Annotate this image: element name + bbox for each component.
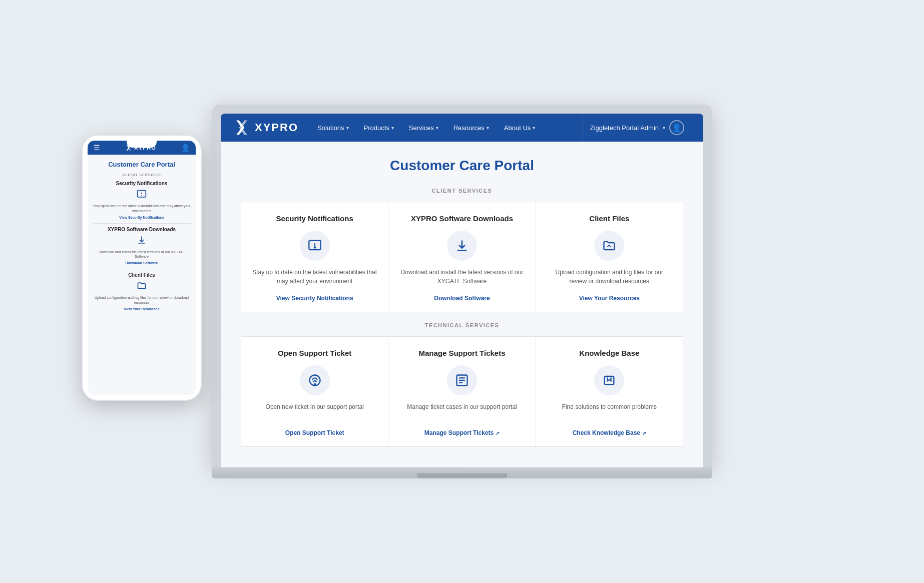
mobile-card-2-link[interactable]: Download Software: [93, 261, 191, 265]
client-services-label: CLIENT SERVICES: [241, 188, 683, 194]
svg-point-4: [141, 195, 142, 196]
mobile-outer: ☰ XYPRO 👤 Customer Care Portal CLIENT SE…: [82, 135, 202, 401]
mobile-card-1-desc: Stay up to date on the latest vulnerabil…: [93, 204, 191, 214]
mobile-menu-icon[interactable]: ☰: [94, 144, 100, 152]
mobile-notch: [127, 141, 157, 148]
mobile-card-2-desc: Download and install the latest versions…: [93, 250, 191, 260]
laptop-screen: XYPRO Solutions ▾ Products ▾ Services: [221, 114, 703, 467]
software-downloads-icon: [447, 231, 477, 261]
manage-tickets-icon: [447, 365, 477, 395]
open-ticket-link[interactable]: Open Support Ticket: [285, 429, 344, 436]
knowledge-base-icon: [594, 365, 624, 395]
svg-line-12: [315, 380, 317, 382]
open-ticket-icon: [300, 365, 330, 395]
security-notifications-title: Security Notifications: [276, 214, 353, 223]
mobile-page-title: Customer Care Portal: [93, 161, 191, 168]
manage-tickets-desc: Manage ticket cases in our support porta…: [407, 402, 517, 422]
open-ticket-desc: Open new ticket in our support portal: [266, 402, 364, 422]
user-dropdown-arrow: ▾: [663, 125, 665, 131]
mobile-card-2-icon: [93, 235, 191, 248]
mobile-card-3-title: Client Files: [93, 272, 191, 278]
software-downloads-desc: Download and install the latest versions…: [398, 268, 525, 288]
navbar: XYPRO Solutions ▾ Products ▾ Services: [221, 114, 703, 142]
mobile-divider-1: [93, 223, 191, 224]
software-downloads-title: XYPRO Software Downloads: [411, 214, 513, 223]
nav-products[interactable]: Products ▾: [357, 114, 401, 142]
nav-about[interactable]: About Us ▾: [497, 114, 542, 142]
software-downloads-card: XYPRO Software Downloads Download and in…: [388, 202, 535, 312]
manage-tickets-external-icon: ➚: [496, 430, 500, 436]
navbar-user[interactable]: Ziggletech Portal Admin ▾ 👤: [583, 114, 691, 142]
knowledge-base-card: Knowledge Base Find solutions to common …: [536, 337, 683, 446]
logo-icon: [233, 119, 251, 137]
technical-services-grid: Open Support Ticket Open ne: [241, 336, 683, 447]
security-notifications-card: Security Notifications Stay up to date o…: [241, 202, 388, 312]
technical-services-label: TECHNICAL SERVICES: [241, 322, 683, 328]
open-ticket-card: Open Support Ticket Open ne: [241, 337, 388, 446]
resources-dropdown-arrow: ▾: [487, 125, 489, 131]
knowledge-base-link[interactable]: Check Knowledge Base ➚: [573, 429, 646, 436]
knowledge-base-title: Knowledge Base: [579, 349, 639, 357]
laptop-device: XYPRO Solutions ▾ Products ▾ Services: [212, 105, 712, 478]
security-notifications-icon: [300, 231, 330, 261]
laptop-base: [212, 467, 712, 478]
svg-point-9: [314, 247, 315, 248]
mobile-section-label: CLIENT SERVICES: [93, 173, 191, 177]
scene: ☰ XYPRO 👤 Customer Care Portal CLIENT SE…: [112, 105, 812, 478]
client-services-grid: Security Notifications Stay up to date o…: [241, 202, 683, 312]
security-notifications-desc: Stay up to date on the latest vulnerabil…: [251, 268, 378, 288]
manage-tickets-link[interactable]: Manage Support Tickets ➚: [424, 429, 500, 436]
products-dropdown-arrow: ▾: [391, 125, 394, 131]
navbar-logo[interactable]: XYPRO: [233, 119, 298, 137]
mobile-card-1-link[interactable]: View Security Notifications: [93, 216, 191, 219]
main-content: Customer Care Portal CLIENT SERVICES Sec…: [221, 142, 703, 467]
mobile-card-3-link[interactable]: View Your Resources: [93, 307, 191, 311]
user-avatar-icon: 👤: [669, 120, 684, 135]
client-files-desc: Upload configuration and log files for o…: [546, 268, 673, 288]
knowledge-base-external-icon: ➚: [642, 430, 646, 436]
client-files-title: Client Files: [589, 214, 629, 223]
mobile-user-icon[interactable]: 👤: [181, 144, 190, 152]
mobile-card-1-icon: [93, 189, 191, 202]
mobile-header: ☰ XYPRO 👤: [88, 141, 196, 155]
mobile-card-3-icon: [93, 281, 191, 293]
mobile-card-1-title: Security Notifications: [93, 181, 191, 186]
laptop-screen-outer: XYPRO Solutions ▾ Products ▾ Services: [212, 105, 712, 467]
manage-tickets-card: Manage Support Tickets Manage ticket cas…: [388, 337, 535, 446]
logo-text: XYPRO: [255, 121, 298, 134]
nav-resources[interactable]: Resources ▾: [446, 114, 496, 142]
about-dropdown-arrow: ▾: [533, 125, 535, 131]
nav-solutions[interactable]: Solutions ▾: [310, 114, 355, 142]
software-downloads-link[interactable]: Download Software: [434, 295, 490, 302]
mobile-card-2-title: XYPRO Software Downloads: [93, 227, 191, 232]
nav-services[interactable]: Services ▾: [402, 114, 445, 142]
mobile-device: ☰ XYPRO 👤 Customer Care Portal CLIENT SE…: [82, 135, 202, 401]
knowledge-base-desc: Find solutions to common problems: [562, 402, 657, 422]
manage-tickets-title: Manage Support Tickets: [418, 349, 505, 357]
client-files-link[interactable]: View Your Resources: [579, 295, 640, 302]
client-files-card: Client Files Upload configuration and lo…: [536, 202, 683, 312]
mobile-card-3-desc: Upload configuration and log files for o…: [93, 295, 191, 305]
solutions-dropdown-arrow: ▾: [346, 125, 349, 131]
page-title: Customer Care Portal: [241, 158, 683, 174]
services-dropdown-arrow: ▾: [436, 125, 438, 131]
client-files-icon: [594, 231, 624, 261]
mobile-divider-2: [93, 269, 191, 269]
security-notifications-link[interactable]: View Security Notifications: [276, 295, 353, 302]
mobile-screen: Customer Care Portal CLIENT SERVICES Sec…: [88, 155, 196, 395]
open-ticket-title: Open Support Ticket: [278, 349, 351, 357]
navbar-nav: Solutions ▾ Products ▾ Services ▾ Reso: [310, 114, 583, 142]
user-label: Ziggletech Portal Admin: [590, 124, 659, 132]
svg-point-13: [314, 384, 315, 385]
